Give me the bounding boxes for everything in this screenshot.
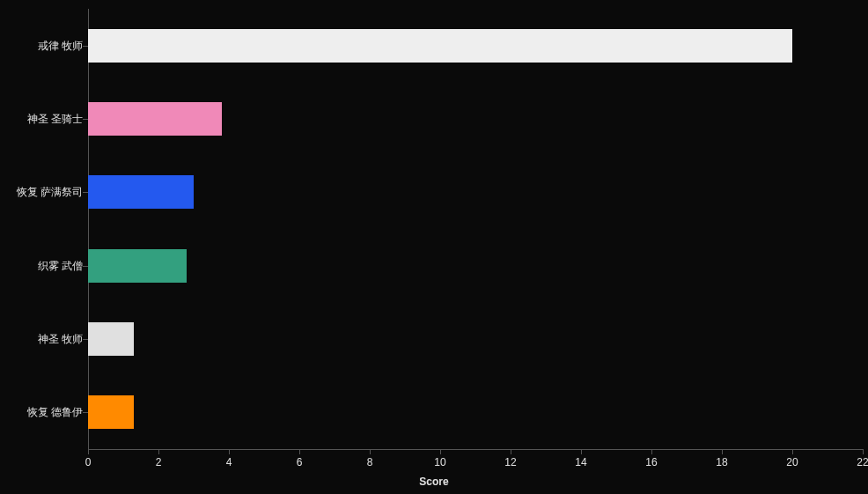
bar: [88, 322, 134, 356]
x-tick-mark: [229, 449, 230, 454]
x-axis-line: [88, 449, 863, 450]
x-tick-label: 14: [575, 456, 586, 468]
x-tick-mark: [88, 449, 89, 454]
y-tick-mark: [83, 339, 88, 340]
bar: [88, 249, 187, 283]
x-tick-mark: [581, 449, 582, 454]
y-tick-mark: [83, 119, 88, 120]
x-tick-mark: [158, 449, 159, 454]
bar: [88, 175, 194, 209]
y-tick-mark: [83, 192, 88, 193]
x-tick-mark: [863, 449, 864, 454]
x-tick-mark: [651, 449, 652, 454]
x-tick-label: 2: [156, 456, 162, 468]
x-tick-label: 6: [297, 456, 303, 468]
y-tick-label: 神圣 圣骑士: [4, 112, 83, 127]
chart-container: 戒律 牧师神圣 圣骑士恢复 萨满祭司织雾 武僧神圣 牧师恢复 德鲁伊 02468…: [0, 0, 868, 494]
x-tick-label: 12: [504, 456, 516, 468]
y-tick-mark: [83, 412, 88, 413]
y-tick-mark: [83, 266, 88, 267]
x-axis-title: Score: [419, 476, 448, 488]
x-tick-label: 22: [857, 456, 868, 468]
y-tick-label: 神圣 牧师: [4, 332, 83, 347]
x-tick-label: 18: [716, 456, 727, 468]
y-axis-line: [88, 9, 89, 449]
bar: [88, 29, 792, 63]
bar: [88, 102, 222, 136]
y-tick-label: 恢复 萨满祭司: [4, 185, 83, 200]
x-tick-mark: [511, 449, 511, 454]
x-tick-label: 4: [226, 456, 232, 468]
x-tick-label: 8: [367, 456, 373, 468]
x-tick-mark: [440, 449, 441, 454]
y-tick-mark: [83, 46, 88, 47]
y-tick-label: 织雾 武僧: [4, 258, 83, 273]
y-tick-label: 戒律 牧师: [4, 38, 83, 53]
x-tick-label: 16: [645, 456, 657, 468]
x-tick-mark: [722, 449, 723, 454]
x-tick-label: 10: [434, 456, 445, 468]
x-tick-mark: [299, 449, 300, 454]
y-tick-label: 恢复 德鲁伊: [4, 405, 83, 420]
x-tick-label: 20: [786, 456, 798, 468]
x-tick-label: 0: [85, 456, 92, 468]
x-tick-mark: [792, 449, 793, 454]
x-tick-mark: [370, 449, 371, 454]
bar: [88, 395, 134, 429]
